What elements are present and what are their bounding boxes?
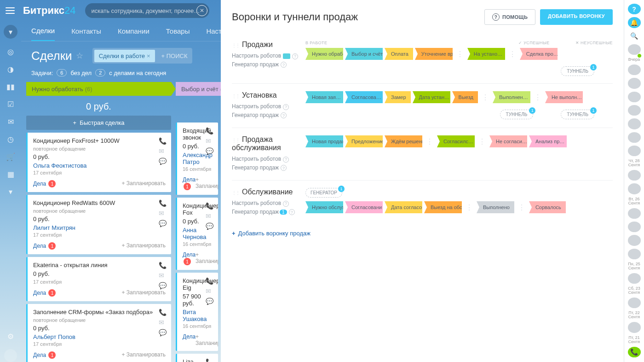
tab-products[interactable]: Товары [166, 22, 190, 41]
deal-card[interactable]: 📞✉💬 Кондиционер FoxFrost+ 1000W повторно… [26, 133, 171, 192]
pipeline-stage[interactable]: Оплата [385, 48, 413, 60]
pipeline-stage-success[interactable]: Выполнен… [493, 91, 530, 103]
generator-link[interactable]: Генератор продаж? [232, 112, 305, 119]
help-icon[interactable]: ? [628, 4, 641, 14]
tab-contacts[interactable]: Контакты [71, 22, 101, 41]
avatar[interactable] [628, 235, 641, 245]
pipeline-stage[interactable]: Дата согласов… [385, 201, 422, 213]
chart-icon[interactable]: ▮▮ [6, 82, 15, 91]
avatar[interactable] [628, 105, 641, 116]
avatar[interactable] [628, 249, 641, 259]
pipeline-stage-fail[interactable]: Не согласи… [489, 135, 527, 147]
avatar[interactable] [628, 146, 641, 156]
tab-deals[interactable]: Сделки [31, 21, 55, 41]
robots-link[interactable]: Настроить роботов? [232, 53, 305, 59]
deal-card[interactable]: 📞✉💬 Заполнение CRM-формы «Заказ подбора»… [26, 304, 171, 362]
pipeline-stage-fail[interactable]: Сделка про… [520, 48, 558, 60]
help-button[interactable]: ПОМОЩЬ [484, 9, 535, 25]
add-funnel-button[interactable]: ДОБАВИТЬ ВОРОНКУ [540, 9, 613, 25]
card-tasks-link[interactable]: Дела [183, 333, 196, 346]
phone-icon[interactable]: 📞 [159, 309, 167, 316]
chat-icon[interactable]: 💬 [159, 282, 167, 289]
pipeline-stage[interactable]: Выезд на обсл… [424, 201, 462, 213]
pipeline-stage[interactable]: Анализ пр… [529, 135, 567, 147]
robots-link[interactable]: Настроить роботов? [232, 200, 305, 207]
drag-handle-icon[interactable]: ⋮⋮ [232, 138, 239, 143]
add-pipeline-link[interactable]: Добавить воронку продаж [232, 224, 613, 242]
phone-icon[interactable]: 📞 [206, 277, 213, 285]
avatar[interactable] [628, 298, 641, 308]
robots-link[interactable]: Настроить роботов? [232, 156, 305, 163]
phone-icon[interactable]: 📞 [628, 347, 641, 357]
pipeline-stage[interactable]: Дата устан… [413, 91, 450, 103]
phone-icon[interactable]: 📞 [159, 262, 167, 269]
card-plan-link[interactable]: + Запланировать [196, 333, 218, 346]
deal-card[interactable]: 📞✉💬 Входящий звонок 0 руб. Александр Пат… [176, 123, 218, 195]
mail-icon[interactable]: ✉ [159, 272, 167, 279]
pipeline-stage[interactable]: Замер [385, 91, 411, 103]
clock-icon[interactable]: ◷ [6, 134, 15, 144]
card-plan-link[interactable]: + Запланировать [121, 351, 166, 359]
deal-card[interactable]: 📞✉💬 Кондиционер Fox 0 руб. Анна Чернова … [176, 198, 218, 270]
moon-icon[interactable]: ◑ [6, 64, 15, 74]
funnel-icon[interactable]: ▾ [4, 25, 17, 39]
check-icon[interactable]: ☑ [6, 99, 15, 109]
mail-icon[interactable]: ✉ [159, 319, 167, 326]
card-contact-link[interactable]: Вита Ушакова [183, 309, 213, 322]
deal-card[interactable]: 📞✉💬 Ekaterina - открытая линия 0 руб. 17… [26, 257, 171, 301]
mail-icon[interactable]: ✉ [206, 287, 213, 295]
generator-link[interactable]: Генератор продаж? [232, 61, 305, 68]
mail-icon[interactable]: ✉ [6, 117, 15, 126]
chat-icon[interactable]: 💬 [159, 329, 167, 336]
close-icon[interactable]: ✕ [196, 5, 207, 16]
pipeline-stage[interactable]: Нужно обслужи… [305, 201, 343, 213]
phone-icon[interactable]: 📞 [206, 127, 213, 134]
drag-handle-icon[interactable]: ⋮⋮ [232, 190, 239, 195]
card-contact-link[interactable]: Лилит Мхитрян [33, 224, 166, 231]
card-tasks-link[interactable]: Дела 1 [33, 289, 56, 297]
pipeline-stage[interactable]: Выезд [452, 91, 478, 103]
target-icon[interactable]: ◎ [6, 47, 15, 56]
card-plan-link[interactable]: + Запланировать [121, 242, 166, 250]
pipeline-stage-success[interactable]: На устано… [467, 48, 505, 60]
generator-link[interactable]: Генератор продаж? [232, 164, 305, 171]
pipeline-stage[interactable]: Выбор и счёт [345, 48, 383, 60]
calendar-icon[interactable]: ▦ [6, 169, 15, 179]
pipeline-stage-success[interactable]: Согласилс… [437, 135, 475, 147]
robots-link[interactable]: Настроить роботов? [232, 103, 305, 110]
pipeline-stage[interactable]: Новая продажа [305, 135, 343, 147]
tab-companies[interactable]: Компании [118, 22, 150, 41]
avatar[interactable] [628, 183, 641, 194]
pipeline-stage[interactable]: Новая зая… [305, 91, 343, 103]
card-plan-link[interactable]: + Запланировать [196, 176, 218, 190]
avatar[interactable] [628, 222, 641, 232]
avatar[interactable] [628, 208, 641, 219]
card-plan-link[interactable]: + Запланировать [121, 289, 166, 297]
pipeline-stage[interactable]: Согласова… [345, 91, 383, 103]
pipeline-stage[interactable]: Нужно обработ… [305, 48, 343, 60]
avatar[interactable] [628, 44, 641, 55]
mail-icon[interactable]: ✉ [206, 212, 213, 220]
bell-icon[interactable]: 🔔 [628, 17, 641, 28]
cart-icon[interactable]: 🛒 [6, 152, 15, 161]
pipeline-stage[interactable]: Уточнение вр… [415, 48, 453, 60]
chat-icon[interactable]: 💬 [206, 147, 213, 155]
chat-icon[interactable]: 💬 [159, 220, 167, 227]
avatar[interactable] [628, 92, 641, 102]
generator-pill[interactable]: ГЕНЕРАТОР1 [305, 188, 342, 198]
avatar[interactable] [628, 64, 641, 75]
menu-icon[interactable] [6, 7, 15, 14]
mail-icon[interactable]: ✉ [206, 137, 213, 145]
pipeline-stage-success[interactable]: Выполнено [477, 201, 514, 213]
pipeline-stage-fail[interactable]: Не выполн… [545, 91, 583, 103]
avatar[interactable] [628, 132, 641, 143]
star-icon[interactable]: ☆ [76, 51, 83, 61]
drag-handle-icon[interactable]: ⋮⋮ [232, 43, 239, 48]
avatar[interactable] [628, 322, 641, 333]
phone-icon[interactable]: 📞 [206, 358, 213, 362]
drag-handle-icon[interactable]: ⋮⋮ [232, 93, 239, 99]
mail-icon[interactable]: ✉ [159, 147, 167, 155]
card-tasks-link[interactable]: Дела 1 [183, 251, 196, 265]
deal-card[interactable]: 📞✉💬 Кондиционер RedWatts 600W повторное … [26, 195, 171, 254]
user-avatar[interactable] [4, 349, 17, 362]
